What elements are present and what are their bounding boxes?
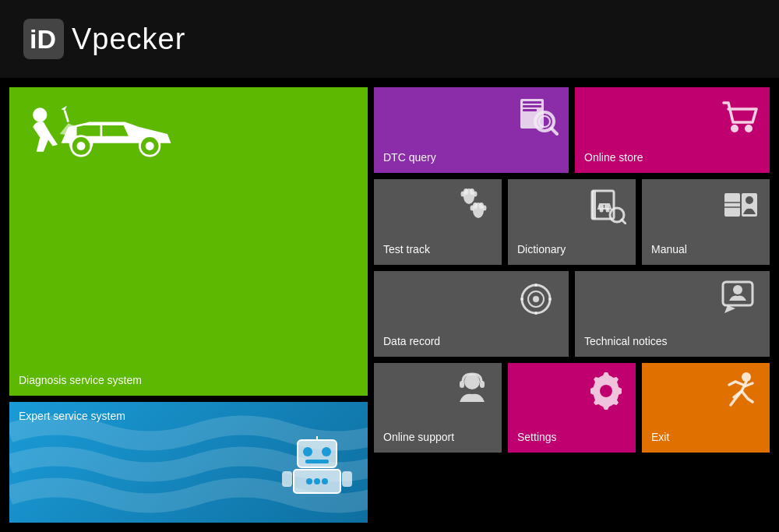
svg-point-57	[520, 298, 523, 301]
exit-label: Exit	[651, 431, 669, 443]
svg-point-4	[77, 142, 86, 150]
dictionary-label: Dictionary	[517, 243, 566, 255]
svg-point-32	[461, 192, 465, 197]
svg-rect-63	[480, 381, 485, 388]
svg-point-37	[471, 206, 474, 211]
dictionary-tile[interactable]: Dictionary	[508, 179, 636, 265]
svg-point-38	[483, 206, 487, 211]
test-track-icon	[455, 187, 492, 227]
data-record-tile[interactable]: Data record	[374, 271, 569, 357]
row-top: DTC query Online store	[374, 87, 770, 173]
svg-rect-47	[724, 193, 740, 217]
settings-label: Settings	[517, 431, 557, 443]
online-support-label: Online support	[383, 431, 454, 443]
technical-notices-label: Technical notices	[584, 335, 668, 347]
svg-point-33	[474, 192, 478, 197]
right-column: DTC query Online store	[374, 87, 770, 523]
svg-point-58	[548, 298, 552, 301]
svg-point-28	[745, 125, 753, 132]
online-support-icon	[452, 371, 492, 414]
dtc-label: DTC query	[383, 151, 436, 164]
svg-rect-23	[523, 109, 537, 111]
settings-icon	[586, 371, 626, 414]
svg-line-46	[622, 220, 626, 224]
data-record-icon	[519, 279, 559, 322]
svg-rect-41	[599, 205, 604, 209]
svg-point-19	[322, 478, 328, 484]
logo-text: Vpecker	[72, 23, 185, 56]
svg-point-54	[533, 296, 539, 302]
svg-point-17	[306, 478, 312, 484]
svg-point-56	[534, 312, 538, 315]
car-icon	[19, 95, 174, 169]
logo-wrapper: iD Vpecker	[23, 19, 185, 59]
store-icon	[717, 95, 760, 141]
dtc-tile[interactable]: DTC query	[374, 87, 569, 173]
header: iD Vpecker	[0, 0, 779, 78]
settings-tile[interactable]: Settings	[508, 363, 636, 453]
diagnosis-tile[interactable]: Diagnosis service system	[9, 87, 368, 396]
manual-tile[interactable]: Manual	[642, 179, 770, 265]
svg-rect-22	[523, 105, 541, 107]
svg-rect-21	[523, 101, 541, 104]
online-support-tile[interactable]: Online support	[374, 363, 502, 453]
svg-point-51	[746, 196, 753, 204]
diagnosis-label: Diagnosis service system	[19, 374, 142, 386]
svg-point-55	[534, 284, 538, 287]
svg-rect-16	[342, 471, 352, 487]
technical-notices-tile[interactable]: Technical notices	[575, 271, 770, 357]
svg-point-10	[322, 447, 331, 456]
dictionary-icon	[589, 187, 626, 227]
row-mid: Test track	[374, 179, 770, 265]
logo-icon: iD	[23, 19, 64, 59]
svg-point-18	[314, 478, 320, 484]
robot-icon	[282, 436, 352, 507]
svg-point-44	[606, 209, 610, 213]
svg-line-7	[65, 111, 69, 122]
store-tile[interactable]: Online store	[575, 87, 770, 173]
manual-label: Manual	[651, 243, 687, 255]
svg-point-9	[303, 447, 312, 456]
svg-point-64	[600, 385, 612, 397]
store-label: Online store	[584, 151, 643, 164]
svg-point-27	[731, 125, 738, 132]
svg-text:iD: iD	[30, 24, 56, 54]
manual-icon	[723, 187, 760, 227]
svg-point-2	[33, 107, 47, 122]
svg-rect-15	[282, 471, 292, 487]
svg-point-6	[146, 142, 154, 150]
svg-rect-62	[460, 381, 464, 388]
svg-rect-11	[305, 460, 329, 463]
svg-rect-42	[605, 205, 609, 209]
left-column: Diagnosis service system	[9, 87, 368, 523]
svg-rect-40	[592, 191, 596, 219]
row-bottom: Online support Settings	[374, 363, 770, 453]
svg-point-43	[600, 209, 604, 213]
technical-notices-icon	[720, 279, 760, 322]
exit-tile[interactable]: Exit	[642, 363, 770, 453]
svg-line-26	[552, 129, 557, 134]
test-track-label: Test track	[383, 243, 430, 255]
dtc-icon	[516, 95, 559, 141]
expert-tile[interactable]: Expert service system	[9, 402, 368, 523]
data-record-label: Data record	[383, 335, 440, 347]
test-track-tile[interactable]: Test track	[374, 179, 502, 265]
main-grid: Diagnosis service system	[0, 78, 779, 532]
svg-point-65	[742, 372, 751, 382]
row-mid2: Data record Technical notices	[374, 271, 770, 357]
exit-icon	[720, 371, 760, 414]
svg-point-60	[733, 285, 742, 294]
